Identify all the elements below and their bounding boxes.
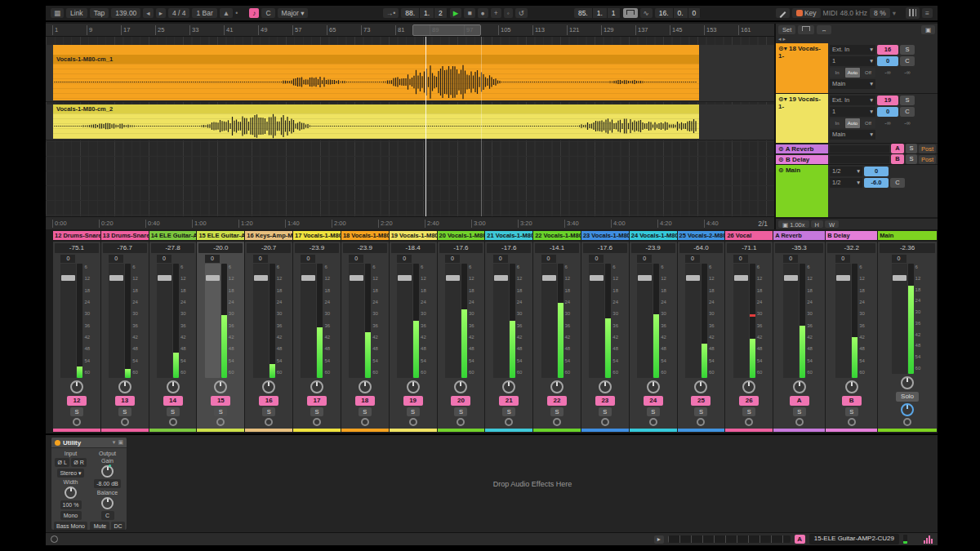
track-name[interactable]: ⊙▾ 19 Vocals-1- — [776, 94, 828, 144]
solo-button[interactable]: S — [906, 154, 917, 164]
mixer-track-tab[interactable]: 19 Vocals-1-M80- — [390, 231, 437, 240]
cpu-meter[interactable]: 8 % — [870, 8, 890, 19]
fader-handle[interactable] — [158, 275, 172, 281]
pan-knob[interactable] — [845, 380, 858, 393]
phase-left-button[interactable]: Ø L — [55, 458, 69, 467]
clip-header[interactable] — [53, 45, 699, 55]
pre-post-toggle[interactable]: Post — [919, 144, 936, 153]
strip-fader[interactable] — [301, 264, 316, 378]
channel-mode-menu[interactable]: Stereo ▾ — [57, 469, 83, 478]
solo-button[interactable]: S — [793, 407, 806, 416]
volume-field[interactable]: 0 — [877, 56, 898, 66]
height-zoom-button[interactable]: H — [811, 220, 823, 228]
solo-button[interactable]: S — [70, 407, 83, 416]
fader-handle[interactable] — [301, 275, 315, 281]
input-channel-menu[interactable]: 1▾ — [830, 56, 875, 66]
strip-fader[interactable] — [253, 264, 269, 378]
strip-fader-value[interactable]: 0 — [783, 255, 798, 263]
activator-button[interactable] — [409, 418, 417, 426]
pre-post-toggle[interactable]: Post — [919, 155, 936, 164]
solo-button[interactable]: S — [167, 407, 180, 416]
main-track-header[interactable]: ⊙ Main 1/2▾ 0 1/2▾ -6.0 C — [776, 165, 938, 218]
fader-handle[interactable] — [836, 275, 850, 281]
arm-button[interactable]: A — [790, 396, 809, 406]
loop-region-marker[interactable] — [412, 24, 481, 36]
fader-handle[interactable] — [893, 275, 906, 281]
track-header-18[interactable]: ⊙▾ 18 Vocals-1- Ext. In▾ 16 S 1▾ 0 C InA… — [776, 43, 938, 94]
input-routing-menu[interactable]: Ext. In▾ — [830, 96, 875, 105]
input-routing-menu[interactable]: Ext. In▾ — [830, 45, 875, 55]
pan-knob[interactable] — [793, 380, 806, 393]
mixer-track-tab[interactable]: 21 Vocals-1-M80- — [485, 231, 532, 240]
device-on-toggle[interactable] — [55, 440, 60, 446]
midi-map-button[interactable]: MIDI — [823, 9, 838, 17]
strip-fader[interactable] — [349, 264, 364, 378]
draw-mode-icon[interactable] — [776, 8, 790, 19]
solo-reset-button[interactable]: Solo — [896, 392, 919, 402]
activator-button[interactable] — [505, 418, 513, 426]
strip-fader[interactable] — [157, 264, 172, 378]
quantize-menu[interactable]: 1 Bar — [192, 8, 216, 19]
fader-handle[interactable] — [109, 275, 123, 281]
track-header-19[interactable]: ⊙▾ 19 Vocals-1- Ext. In▾ 19 S 1▾ 0 C InA… — [776, 94, 938, 144]
strip-fader[interactable] — [685, 264, 701, 378]
arm-button[interactable]: 14 — [163, 396, 183, 406]
gain-knob[interactable] — [101, 465, 114, 478]
follow-scroll-icon[interactable]: ↔ — [817, 25, 831, 34]
track-display-area[interactable]: Vocals-1-M80-cm_1 Vocals-1-M80-cm_2 — [46, 37, 774, 216]
strip-fader[interactable] — [637, 264, 653, 378]
time-ruler[interactable]: 0:000:200:401:001:201:402:002:202:403:00… — [46, 216, 774, 229]
pan-knob[interactable] — [359, 380, 372, 393]
utility-device[interactable]: Utility ▾ ▣ Input Ø L Ø R Stereo ▾ Width… — [51, 437, 127, 531]
nudge-up-button[interactable]: ▸ — [156, 8, 166, 19]
gain-value[interactable]: -8.00 dB — [94, 479, 120, 488]
mixer-track-tab[interactable]: 26 Vocal — [725, 231, 773, 240]
nudge-down-button[interactable]: ◂ — [143, 8, 153, 19]
clip-preview-play-button[interactable]: ▸ — [654, 535, 664, 544]
pan-knob[interactable] — [262, 380, 275, 393]
fold-arrow-icon[interactable]: ⊙▾ — [778, 96, 787, 103]
device-title-bar[interactable]: Utility ▾ ▣ — [51, 438, 127, 448]
pan-knob[interactable] — [310, 380, 323, 393]
arm-button[interactable]: 16 — [259, 396, 278, 406]
metronome-icon[interactable]: ▲ — [220, 8, 233, 19]
solo-button[interactable]: S — [550, 407, 564, 416]
pan-knob[interactable] — [167, 380, 180, 393]
activator-button[interactable] — [73, 418, 81, 426]
return-routing[interactable] — [830, 145, 889, 153]
pan-field[interactable]: C — [900, 107, 915, 117]
next-marker-button[interactable]: ▸ — [783, 36, 786, 42]
strip-fader[interactable] — [60, 264, 76, 378]
solo-button[interactable]: S — [845, 407, 858, 416]
fader-handle[interactable] — [734, 275, 748, 281]
fader-handle[interactable] — [254, 275, 268, 281]
arm-button[interactable]: B — [842, 396, 862, 406]
strip-fader-value[interactable]: 0 — [445, 255, 460, 263]
solo-button[interactable]: S — [310, 407, 323, 416]
activator-button[interactable] — [313, 418, 321, 426]
solo-button[interactable]: S — [407, 407, 420, 416]
width-knob[interactable] — [65, 487, 77, 499]
strip-fader-value[interactable]: 0 — [493, 255, 508, 263]
strip-fader-value[interactable]: 0 — [205, 255, 220, 263]
set-marker-button[interactable]: Set — [778, 25, 795, 34]
mute-button[interactable]: Mute — [90, 522, 109, 531]
pan-knob[interactable] — [214, 380, 227, 393]
playhead[interactable] — [425, 37, 426, 216]
bass-mono-button[interactable]: Bass Mono — [54, 522, 87, 531]
output-routing-menu[interactable]: Main▾ — [830, 79, 875, 89]
activator-button[interactable] — [697, 418, 705, 426]
pan-knob[interactable] — [901, 376, 914, 389]
pan-knob[interactable] — [647, 380, 660, 393]
activator-button[interactable] — [169, 418, 177, 426]
arm-button[interactable]: 25 — [691, 396, 710, 406]
pan-knob[interactable] — [694, 380, 707, 393]
solo-button[interactable]: S — [599, 407, 612, 416]
follow-icon[interactable]: →• — [383, 8, 399, 19]
fold-arrow-icon[interactable]: ⊙▾ — [778, 45, 787, 52]
prev-marker-button[interactable]: ◂ — [778, 36, 782, 42]
new-button[interactable]: + — [491, 8, 501, 19]
solo-button[interactable]: S — [647, 407, 660, 416]
activator-button[interactable] — [265, 418, 273, 426]
monitor-switch[interactable]: InAutoOff — [830, 118, 875, 128]
